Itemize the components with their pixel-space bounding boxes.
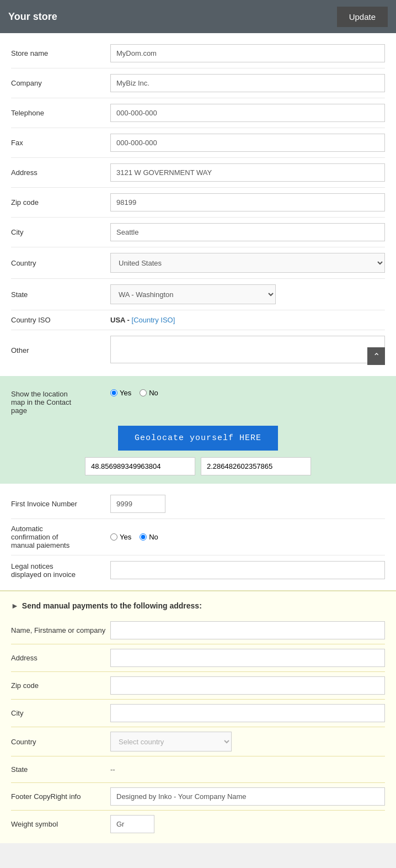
weight-symbol-row: Weight symbol <box>11 811 385 838</box>
weight-symbol-label: Weight symbol <box>11 820 110 828</box>
weight-symbol-input[interactable] <box>110 815 154 833</box>
state-label: State <box>11 290 110 299</box>
telephone-input[interactable] <box>110 104 385 122</box>
auto-confirm-radio-group: Yes No <box>110 533 158 541</box>
payment-country-select[interactable]: Select country <box>110 732 232 751</box>
store-name-label: Store name <box>11 49 110 57</box>
country-row: Country United States <box>11 247 385 279</box>
longitude-input[interactable] <box>201 457 311 475</box>
other-textarea[interactable] <box>110 336 385 363</box>
payment-city-label: City <box>11 709 110 717</box>
auto-confirm-row: Automatic confirmation of manual paiemen… <box>11 519 385 555</box>
country-iso-text: USA - <box>110 316 132 324</box>
zip-input[interactable] <box>110 193 385 211</box>
payment-address-row: Address <box>11 644 385 672</box>
first-invoice-label: First Invoice Number <box>11 500 110 508</box>
payment-name-row: Name, Firstname or company <box>11 617 385 644</box>
show-map-radio-group: Yes No <box>110 389 158 397</box>
other-row: Other ⌃ <box>11 330 385 371</box>
city-input[interactable] <box>110 223 385 241</box>
show-map-row: Show the location map in the Contact pag… <box>11 384 385 419</box>
main-form: Store name Company Telephone Fax Address… <box>0 33 396 376</box>
other-wrapper: ⌃ <box>110 336 385 365</box>
latitude-input[interactable] <box>85 457 195 475</box>
store-name-row: Store name <box>11 39 385 68</box>
first-invoice-input[interactable] <box>110 495 165 513</box>
company-label: Company <box>11 79 110 87</box>
company-row: Company <box>11 68 385 98</box>
telephone-label: Telephone <box>11 109 110 117</box>
fax-input[interactable] <box>110 134 385 152</box>
auto-confirm-no-label[interactable]: No <box>140 533 158 541</box>
payment-country-label: Country <box>11 738 110 746</box>
payment-state-label: State <box>11 765 110 774</box>
auto-confirm-yes-label[interactable]: Yes <box>110 533 131 541</box>
show-map-no-radio[interactable] <box>140 389 147 396</box>
location-map-section: Show the location map in the Contact pag… <box>0 376 396 484</box>
show-map-yes-radio[interactable] <box>110 389 117 396</box>
footer-copyright-label: Footer CopyRight info <box>11 792 110 801</box>
zip-row: Zip code <box>11 188 385 218</box>
city-label: City <box>11 228 110 236</box>
other-label: Other <box>11 346 110 354</box>
payment-country-row: Country Select country <box>11 727 385 756</box>
zip-label: Zip code <box>11 198 110 207</box>
country-iso-link[interactable]: [Country ISO] <box>132 316 175 324</box>
country-select[interactable]: United States <box>110 253 385 273</box>
show-map-label: Show the location map in the Contact pag… <box>11 389 110 415</box>
payment-city-row: City <box>11 700 385 727</box>
footer-copyright-input[interactable] <box>110 787 385 806</box>
payment-address-label: Address <box>11 654 110 662</box>
legal-notices-row: Legal notices displayed on invoice <box>11 555 385 585</box>
first-invoice-row: First Invoice Number <box>11 489 385 519</box>
state-select[interactable]: WA - Washington <box>110 284 276 304</box>
payment-name-input[interactable] <box>110 621 385 639</box>
manual-payments-section: ► Send manual payments to the following … <box>0 590 396 843</box>
auto-confirm-label: Automatic confirmation of manual paiemen… <box>11 525 110 549</box>
address-row: Address <box>11 158 385 188</box>
country-iso-value: USA - [Country ISO] <box>110 316 175 324</box>
payment-name-label: Name, Firstname or company <box>11 626 110 634</box>
legal-notices-label: Legal notices displayed on invoice <box>11 562 110 579</box>
telephone-row: Telephone <box>11 98 385 128</box>
store-name-input[interactable] <box>110 44 385 62</box>
payment-address-input[interactable] <box>110 649 385 667</box>
legal-notices-input[interactable] <box>110 561 385 579</box>
show-map-yes-label[interactable]: Yes <box>110 389 131 397</box>
invoice-section: First Invoice Number Automatic confirmat… <box>0 484 396 590</box>
geolocate-button[interactable]: Geolocate yourself HERE <box>118 426 278 451</box>
city-row: City <box>11 218 385 247</box>
footer-copyright-row: Footer CopyRight info <box>11 783 385 811</box>
state-row: State WA - Washington <box>11 279 385 310</box>
payment-state-row: State -- <box>11 756 385 783</box>
payment-zip-label: Zip code <box>11 681 110 690</box>
scroll-top-button[interactable]: ⌃ <box>367 347 385 365</box>
fax-label: Fax <box>11 139 110 147</box>
page-header: Your store Update <box>0 0 396 33</box>
show-map-no-label[interactable]: No <box>140 389 158 397</box>
address-label: Address <box>11 168 110 177</box>
auto-confirm-yes-radio[interactable] <box>110 533 117 541</box>
payment-zip-row: Zip code <box>11 672 385 700</box>
address-input[interactable] <box>110 163 385 182</box>
country-label: Country <box>11 259 110 267</box>
geo-inputs-row <box>11 457 385 475</box>
payment-city-input[interactable] <box>110 704 385 722</box>
fax-row: Fax <box>11 128 385 158</box>
payment-state-value: -- <box>110 761 115 778</box>
manual-payments-header: ► Send manual payments to the following … <box>11 597 385 617</box>
auto-confirm-no-radio[interactable] <box>140 533 147 541</box>
country-iso-row: Country ISO USA - [Country ISO] <box>11 310 385 330</box>
update-button[interactable]: Update <box>337 7 388 27</box>
payment-zip-input[interactable] <box>110 676 385 695</box>
section-arrow-icon: ► <box>11 601 19 610</box>
company-input[interactable] <box>110 74 385 92</box>
page-title: Your store <box>8 11 57 23</box>
country-iso-label: Country ISO <box>11 316 110 324</box>
